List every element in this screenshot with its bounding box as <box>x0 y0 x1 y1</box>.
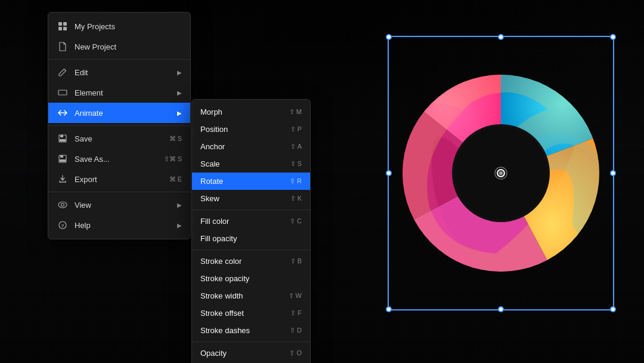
menu-label-export: Export <box>75 175 157 184</box>
menu-item-element[interactable]: Element ▶ <box>48 82 190 103</box>
grid-icon <box>57 20 69 32</box>
submenu-shortcut-stroke-width: ⇧ W <box>289 292 302 300</box>
menu-shortcut-save-as: ⇧⌘ S <box>164 155 182 163</box>
menu-item-save[interactable]: Save ⌘ S <box>48 128 190 149</box>
submenu-divider-2 <box>192 250 310 250</box>
submenu-shortcut-fill-color: ⇧ C <box>290 217 302 225</box>
menu-item-save-as[interactable]: Save As... ⇧⌘ S <box>48 149 190 169</box>
element-icon <box>57 87 69 99</box>
submenu-label-stroke-width: Stroke width <box>200 291 289 300</box>
menu-label-my-projects: My Projects <box>75 22 182 31</box>
submenu-item-fill-color[interactable]: Fill color ⇧ C <box>192 213 310 230</box>
svg-rect-2 <box>58 27 62 30</box>
submenu-shortcut-morph: ⇧ M <box>289 108 302 116</box>
submenu-shortcut-stroke-dashes: ⇧ D <box>290 327 302 334</box>
submenu-shortcut-anchor: ⇧ A <box>290 143 302 150</box>
menu-item-view[interactable]: View ▶ <box>48 195 190 215</box>
svg-rect-4 <box>58 90 67 95</box>
svg-rect-10 <box>60 159 66 162</box>
submenu-shortcut-scale: ⇧ S <box>290 160 302 168</box>
svg-rect-3 <box>63 27 67 30</box>
canvas-area[interactable] <box>388 36 614 310</box>
svg-point-12 <box>61 204 64 207</box>
submenu-shortcut-stroke-color: ⇧ B <box>290 257 302 265</box>
menu-label-view: View <box>75 201 172 210</box>
submenu-shortcut-stroke-offset: ⇧ F <box>290 309 302 317</box>
svg-rect-6 <box>60 135 63 137</box>
menu-item-export[interactable]: Export ⌘ E <box>48 169 190 189</box>
menu-label-help: Help <box>75 221 172 230</box>
edit-icon <box>57 66 69 78</box>
submenu-item-stroke-dashes[interactable]: Stroke dashes ⇧ D <box>192 322 310 339</box>
menu-item-animate[interactable]: Animate ▶ Morph ⇧ M Position ⇧ P Anchor … <box>48 103 190 123</box>
svg-point-20 <box>499 171 503 175</box>
menu-item-help[interactable]: ? Help ▶ <box>48 215 190 235</box>
menu-shortcut-save: ⌘ S <box>169 135 182 143</box>
submenu-label-fill-opacity: Fill opacity <box>200 234 302 243</box>
submenu-label-morph: Morph <box>200 107 289 116</box>
help-icon: ? <box>57 219 69 231</box>
divider-1 <box>48 59 190 60</box>
menu-label-edit: Edit <box>75 68 172 77</box>
view-icon <box>57 199 69 211</box>
arrow-element: ▶ <box>177 90 182 96</box>
export-icon <box>57 173 69 185</box>
submenu-item-skew[interactable]: Skew ⇧ K <box>192 190 310 207</box>
menu-item-my-projects[interactable]: My Projects <box>48 16 190 36</box>
svg-rect-1 <box>63 22 67 26</box>
submenu-item-opacity[interactable]: Opacity ⇧ O <box>192 344 310 362</box>
submenu-label-skew: Skew <box>200 194 290 203</box>
menu-item-new-project[interactable]: New Project <box>48 36 190 57</box>
submenu-label-opacity: Opacity <box>200 349 289 358</box>
arrow-help: ▶ <box>177 222 182 229</box>
arrow-view: ▶ <box>177 202 182 208</box>
submenu-label-fill-color: Fill color <box>200 217 290 226</box>
submenu-shortcut-position: ⇧ P <box>290 125 302 133</box>
primary-menu: My Projects New Project Edit ▶ Element ▶ <box>48 12 191 239</box>
svg-point-11 <box>58 202 67 208</box>
submenu-label-stroke-dashes: Stroke dashes <box>200 326 290 335</box>
submenu-shortcut-opacity: ⇧ O <box>289 349 302 357</box>
animate-submenu: Morph ⇧ M Position ⇧ P Anchor ⇧ A Scale … <box>191 99 311 363</box>
submenu-item-morph[interactable]: Morph ⇧ M <box>192 103 310 121</box>
submenu-label-stroke-opacity: Stroke opacity <box>200 274 302 283</box>
submenu-item-stroke-color[interactable]: Stroke color ⇧ B <box>192 253 310 270</box>
submenu-label-rotate: Rotate <box>200 177 290 186</box>
arrow-edit: ▶ <box>177 69 182 76</box>
svg-text:?: ? <box>61 223 64 229</box>
submenu-item-stroke-offset[interactable]: Stroke offset ⇧ F <box>192 304 310 322</box>
animate-icon <box>57 107 69 119</box>
svg-rect-9 <box>60 155 63 158</box>
svg-rect-7 <box>60 139 66 141</box>
submenu-label-position: Position <box>200 125 290 134</box>
submenu-divider-1 <box>192 210 310 210</box>
submenu-label-scale: Scale <box>200 159 290 168</box>
submenu-label-stroke-color: Stroke color <box>200 257 290 266</box>
submenu-label-stroke-offset: Stroke offset <box>200 309 290 318</box>
submenu-shortcut-rotate: ⇧ R <box>290 177 302 185</box>
artwork-svg <box>394 42 608 304</box>
file-icon <box>57 41 69 53</box>
menu-label-save-as: Save As... <box>75 155 152 164</box>
menu-label-animate: Animate <box>75 109 172 118</box>
submenu-item-rotate[interactable]: Rotate ⇧ R <box>192 173 310 190</box>
submenu-item-stroke-width[interactable]: Stroke width ⇧ W <box>192 287 310 304</box>
submenu-label-anchor: Anchor <box>200 142 290 151</box>
submenu-item-scale[interactable]: Scale ⇧ S <box>192 155 310 173</box>
menu-label-element: Element <box>75 88 172 97</box>
submenu-item-position[interactable]: Position ⇧ P <box>192 121 310 138</box>
divider-2 <box>48 125 190 126</box>
arrow-animate: ▶ <box>177 110 182 116</box>
submenu-item-fill-opacity[interactable]: Fill opacity <box>192 230 310 247</box>
submenu-item-anchor[interactable]: Anchor ⇧ A <box>192 138 310 155</box>
submenu-item-stroke-opacity[interactable]: Stroke opacity <box>192 270 310 287</box>
menu-item-edit[interactable]: Edit ▶ <box>48 62 190 82</box>
save-icon <box>57 133 69 144</box>
menu-label-new-project: New Project <box>75 42 182 51</box>
saveas-icon <box>57 153 69 165</box>
menu-label-save: Save <box>75 134 157 143</box>
submenu-shortcut-skew: ⇧ K <box>290 195 302 202</box>
submenu-divider-3 <box>192 342 310 342</box>
svg-rect-0 <box>58 22 62 26</box>
divider-3 <box>48 192 190 192</box>
